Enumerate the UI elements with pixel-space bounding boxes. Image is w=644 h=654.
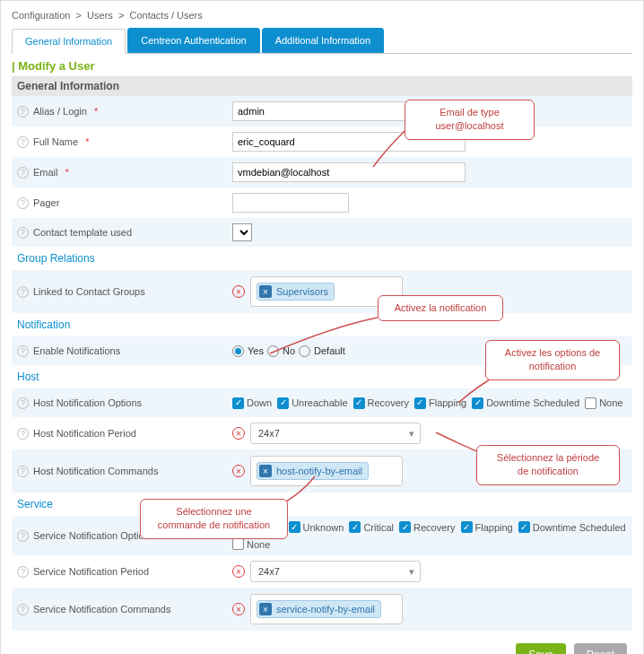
save-button[interactable]: Save: [516, 643, 565, 654]
pager-label: Pager: [33, 197, 59, 208]
help-icon[interactable]: ?: [17, 428, 29, 440]
callout-command: Sélectionnez une commande de notificatio…: [140, 499, 288, 539]
breadcrumb-item[interactable]: Contacts / Users: [129, 10, 202, 21]
enable-notif-label: Enable Notifications: [33, 345, 120, 356]
tab-general-information[interactable]: General Information: [12, 29, 126, 54]
page-title: | Modify a User: [12, 59, 632, 73]
help-icon[interactable]: ?: [17, 136, 29, 148]
contact-groups-label: Linked to Contact Groups: [33, 286, 145, 297]
row-service-options: ? Service Notification Options WarningUn…: [12, 516, 632, 555]
checkbox[interactable]: [585, 397, 596, 409]
remove-icon[interactable]: ×: [232, 427, 245, 440]
help-icon[interactable]: ?: [17, 167, 29, 179]
help-icon[interactable]: ?: [17, 530, 29, 542]
checkbox[interactable]: [399, 521, 411, 533]
checkbox-label: Recovery: [413, 522, 455, 533]
remove-icon[interactable]: ×: [232, 603, 245, 615]
tag-remove-icon[interactable]: ×: [259, 465, 272, 477]
tab-centreon-authentication[interactable]: Centreon Authentication: [127, 28, 259, 53]
checkbox[interactable]: [289, 521, 300, 533]
checkbox-option[interactable]: Critical: [349, 521, 394, 533]
fullname-label: Full Name: [33, 136, 78, 147]
radio-yes[interactable]: [232, 345, 244, 357]
checkbox-option[interactable]: None: [585, 397, 622, 409]
breadcrumb-item[interactable]: Configuration: [12, 10, 70, 21]
help-icon[interactable]: ?: [17, 106, 29, 118]
callout-activate-notif: Activez la notification: [378, 295, 503, 321]
help-icon[interactable]: ?: [17, 286, 29, 298]
checkbox-option[interactable]: Unreachable: [277, 397, 347, 409]
template-select[interactable]: [232, 223, 252, 241]
radio-yes-label: Yes: [248, 345, 264, 356]
help-icon[interactable]: ?: [17, 197, 29, 209]
checkbox[interactable]: [232, 538, 244, 550]
row-email: ? Email *: [12, 157, 632, 187]
email-label: Email: [33, 167, 58, 178]
remove-icon[interactable]: ×: [232, 285, 245, 298]
checkbox-option[interactable]: Down: [232, 397, 272, 409]
help-icon[interactable]: ?: [17, 604, 29, 615]
host-cmd-label: Host Notification Commands: [33, 466, 158, 476]
checkbox[interactable]: [414, 397, 426, 409]
service-cmd-box[interactable]: × service-notify-by-email: [250, 594, 403, 624]
service-cmd-label: Service Notification Commands: [33, 604, 170, 615]
checkbox-option[interactable]: Downtime Scheduled: [518, 521, 626, 533]
callout-activate-options: Activez les options de notification: [485, 340, 620, 380]
section-header-groups: Group Relations: [12, 247, 632, 270]
tag-remove-icon[interactable]: ×: [259, 603, 272, 615]
checkbox-label: Critical: [363, 522, 394, 533]
checkbox-label: Downtime Scheduled: [533, 522, 626, 533]
alias-input[interactable]: [232, 101, 412, 121]
row-pager: ? Pager: [12, 187, 632, 218]
checkbox-label: Flapping: [475, 522, 513, 533]
host-period-label: Host Notification Period: [33, 428, 136, 439]
help-icon[interactable]: ?: [17, 466, 29, 477]
row-fullname: ? Full Name *: [12, 126, 632, 157]
tag-supervisors[interactable]: × Supervisors: [257, 283, 335, 301]
tag-service-notify[interactable]: × service-notify-by-email: [257, 600, 381, 618]
help-icon[interactable]: ?: [17, 566, 29, 578]
tag-label: service-notify-by-email: [276, 604, 375, 615]
breadcrumb: Configuration > Users > Contacts / Users: [12, 10, 632, 21]
reset-button[interactable]: Reset: [574, 643, 627, 654]
checkbox-label: Down: [247, 397, 272, 408]
tabs: General Information Centreon Authenticat…: [12, 28, 632, 54]
checkbox-option[interactable]: Recovery: [353, 397, 409, 409]
tag-remove-icon[interactable]: ×: [259, 285, 272, 298]
checkbox[interactable]: [232, 397, 244, 409]
service-period-select[interactable]: 24x7: [250, 561, 421, 582]
help-icon[interactable]: ?: [17, 345, 29, 357]
service-period-label: Service Notification Period: [33, 566, 149, 577]
help-icon[interactable]: ?: [17, 397, 29, 409]
checkbox-label: Flapping: [429, 397, 466, 408]
checkbox-option[interactable]: None: [232, 538, 270, 550]
checkbox[interactable]: [461, 521, 473, 533]
checkbox[interactable]: [349, 521, 361, 533]
row-host-options: ? Host Notification Options DownUnreacha…: [12, 388, 632, 417]
service-opts-label: Service Notification Options: [33, 530, 154, 541]
breadcrumb-item[interactable]: Users: [87, 10, 113, 21]
checkbox[interactable]: [518, 521, 530, 533]
checkbox-option[interactable]: Flapping: [461, 521, 513, 533]
checkbox-option[interactable]: Unknown: [289, 521, 344, 533]
host-opts-list: DownUnreachableRecoveryFlappingDowntime …: [232, 397, 627, 409]
checkbox-option[interactable]: Recovery: [399, 521, 455, 533]
checkbox-label: Unknown: [303, 522, 344, 533]
page-root: Configuration > Users > Contacts / Users…: [0, 0, 644, 654]
alias-label: Alias / Login: [33, 106, 87, 117]
help-icon[interactable]: ?: [17, 227, 29, 239]
row-alias: ? Alias / Login *: [12, 96, 632, 126]
remove-icon[interactable]: ×: [232, 465, 245, 477]
tab-additional-information[interactable]: Additional Information: [262, 28, 384, 53]
section-header-general: General Information: [12, 76, 632, 96]
host-period-select[interactable]: 24x7: [250, 423, 421, 444]
checkbox-label: Unreachable: [292, 397, 347, 408]
pager-input[interactable]: [232, 193, 349, 213]
remove-icon[interactable]: ×: [232, 565, 245, 578]
checkbox-label: None: [599, 397, 622, 408]
row-service-period: ? Service Notification Period × 24x7: [12, 555, 632, 588]
checkbox[interactable]: [277, 397, 289, 409]
tag-label: host-notify-by-email: [276, 466, 362, 476]
template-label: Contact template used: [33, 227, 132, 238]
checkbox[interactable]: [353, 397, 365, 409]
